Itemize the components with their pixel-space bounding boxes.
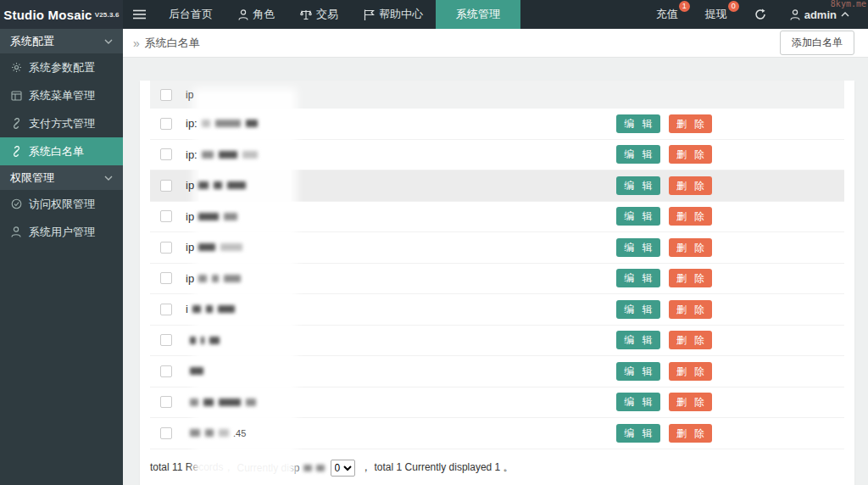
- row-select-cell: [150, 334, 182, 346]
- delete-button[interactable]: 删 除: [669, 362, 712, 381]
- delete-button[interactable]: 删 除: [669, 114, 712, 133]
- nav-label: 角色: [253, 7, 275, 22]
- redacted-ip-value: [198, 213, 237, 220]
- row-actions: 编 辑 删 除: [616, 269, 844, 287]
- nav-item-roles[interactable]: 角色: [225, 0, 287, 29]
- nav-item-home[interactable]: 后台首页: [156, 0, 225, 29]
- nav-item-trade[interactable]: 交易: [287, 0, 351, 29]
- row-checkbox[interactable]: [160, 304, 172, 315]
- content-card: ip ip: 编 辑 删 除 ip: 编 辑 删 除: [140, 81, 854, 485]
- ip-label: ip:: [186, 148, 198, 161]
- redacted-ip-value: [190, 399, 256, 406]
- delete-button[interactable]: 删 除: [669, 145, 712, 164]
- row-checkbox[interactable]: [160, 272, 172, 284]
- pager-redacted-blocks: [303, 465, 325, 471]
- row-checkbox[interactable]: [160, 427, 172, 439]
- edit-button[interactable]: 编 辑: [616, 238, 659, 257]
- refresh-icon: [754, 8, 766, 20]
- ip-cell: ip: [182, 210, 242, 223]
- ip-label: ip:: [186, 117, 198, 130]
- row-actions: 编 辑 删 除: [616, 393, 844, 411]
- redacted-ip-value: [198, 275, 241, 282]
- hamburger-icon: [133, 9, 146, 20]
- edit-button[interactable]: 编 辑: [616, 362, 659, 381]
- ip-cell: .45: [182, 428, 246, 438]
- select-all-checkbox[interactable]: [160, 89, 172, 101]
- sidebar-item-whitelist[interactable]: 系统白名单: [0, 137, 123, 165]
- row-actions: 编 辑 删 除: [616, 331, 844, 349]
- row-checkbox[interactable]: [160, 180, 172, 192]
- refresh-button[interactable]: [741, 0, 780, 29]
- withdraw-link[interactable]: 提现 0: [692, 0, 741, 29]
- delete-button[interactable]: 删 除: [669, 207, 712, 226]
- sidebar-section-permissions[interactable]: 权限管理: [0, 165, 123, 190]
- nav-label: 交易: [316, 7, 338, 22]
- delete-button[interactable]: 删 除: [669, 331, 712, 349]
- edit-button[interactable]: 编 辑: [616, 145, 659, 164]
- redacted-ip-value: [198, 243, 242, 251]
- row-select-cell: [150, 242, 182, 254]
- edit-button[interactable]: 编 辑: [616, 300, 659, 319]
- sidebar-section-system-config[interactable]: 系统配置: [0, 29, 123, 53]
- sidebar-toggle-button[interactable]: [123, 0, 156, 29]
- user-menu[interactable]: admin: [780, 8, 860, 21]
- delete-button[interactable]: 删 除: [669, 424, 712, 443]
- row-actions: 编 辑 删 除: [616, 145, 844, 164]
- edit-button[interactable]: 编 辑: [616, 393, 659, 411]
- sidebar-item-system-params[interactable]: 系统参数配置: [0, 53, 123, 81]
- edit-button[interactable]: 编 辑: [616, 269, 659, 287]
- row-checkbox[interactable]: [160, 242, 172, 254]
- sidebar-item-payment-methods[interactable]: 支付方式管理: [0, 109, 123, 137]
- sidebar-item-system-menu[interactable]: 系统菜单管理: [0, 81, 123, 109]
- add-whitelist-button[interactable]: 添加白名单: [780, 31, 854, 55]
- row-checkbox[interactable]: [160, 210, 172, 222]
- row-checkbox[interactable]: [160, 148, 172, 160]
- delete-button[interactable]: 删 除: [669, 269, 712, 287]
- chevron-down-icon: [104, 176, 113, 181]
- sidebar: 系统配置 系统参数配置 系统菜单管理 支付方式管理: [0, 29, 123, 485]
- ip-cell: i: [182, 303, 239, 315]
- sidebar-item-system-users[interactable]: 系统用户管理: [0, 218, 123, 246]
- row-checkbox[interactable]: [160, 118, 172, 130]
- edit-button[interactable]: 编 辑: [616, 176, 659, 195]
- main-area: » 系统白名单 添加白名单 ip ip: 编 辑: [123, 29, 868, 485]
- row-checkbox[interactable]: [160, 334, 172, 346]
- user-icon: [790, 9, 800, 20]
- edit-button[interactable]: 编 辑: [616, 114, 659, 133]
- recharge-link[interactable]: 充值 1: [643, 0, 692, 29]
- row-select-cell: [150, 210, 182, 222]
- chevron-down-icon: [104, 39, 113, 44]
- ip-label: ip: [186, 210, 194, 223]
- nav-item-help[interactable]: 帮助中心: [351, 0, 436, 29]
- delete-button[interactable]: 删 除: [669, 393, 712, 411]
- sidebar-item-label: 系统白名单: [29, 144, 84, 159]
- edit-button[interactable]: 编 辑: [616, 207, 659, 226]
- row-select-cell: [150, 304, 182, 315]
- delete-button[interactable]: 删 除: [669, 300, 712, 319]
- redacted-ip-value: [190, 367, 203, 375]
- page-title: 系统白名单: [145, 36, 200, 51]
- row-checkbox[interactable]: [160, 365, 172, 377]
- recharge-badge: 1: [679, 1, 690, 12]
- sidebar-item-access-permissions[interactable]: 访问权限管理: [0, 190, 123, 218]
- ip-cell: ip: [182, 272, 245, 285]
- brand-version: V25.3.6: [95, 11, 120, 19]
- nav-label: 帮助中心: [379, 7, 423, 22]
- row-checkbox[interactable]: [160, 396, 172, 408]
- edit-button[interactable]: 编 辑: [616, 424, 659, 443]
- gear-icon: [10, 62, 22, 73]
- row-select-cell: [150, 272, 182, 284]
- page-size-select[interactable]: 0: [331, 460, 355, 477]
- delete-button[interactable]: 删 除: [669, 238, 712, 257]
- sidebar-item-label: 访问权限管理: [29, 197, 95, 212]
- ip-cell: ip:: [182, 117, 262, 130]
- topbar: Studio MosaicV25.3.6 后台首页 角色 交: [0, 0, 868, 29]
- pager-separator: ，: [361, 460, 371, 475]
- section-label: 系统配置: [10, 34, 54, 49]
- ip-label: i: [186, 303, 188, 315]
- edit-button[interactable]: 编 辑: [616, 331, 659, 349]
- nav-item-system-active[interactable]: 系统管理: [436, 0, 520, 29]
- ip-label: ip: [186, 241, 194, 254]
- brand-logo[interactable]: Studio MosaicV25.3.6: [0, 0, 123, 29]
- delete-button[interactable]: 删 除: [669, 176, 712, 195]
